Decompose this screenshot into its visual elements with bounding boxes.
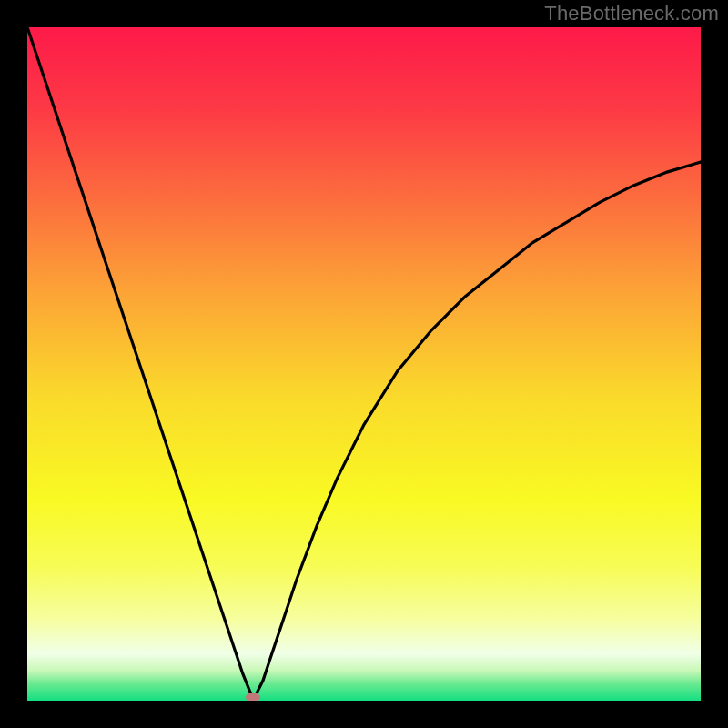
bottleneck-chart <box>27 27 701 701</box>
watermark-text: TheBottleneck.com <box>544 2 719 25</box>
chart-frame: TheBottleneck.com <box>0 0 728 728</box>
gradient-background <box>27 27 701 701</box>
